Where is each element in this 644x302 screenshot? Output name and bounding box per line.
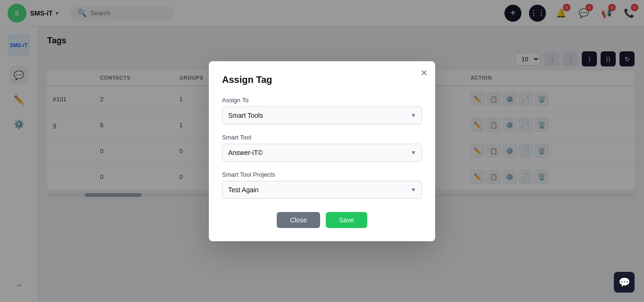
assign-to-select[interactable]: Smart Tools Contacts Groups Campaigns <box>222 106 422 124</box>
modal-close-button[interactable]: ✕ <box>421 69 428 77</box>
assign-to-label: Assign To <box>222 97 422 104</box>
chat-widget-button[interactable]: 💬 <box>614 272 635 293</box>
modal-title: Assign Tag <box>222 74 422 85</box>
smart-tool-projects-select-wrapper: Test Again Option 2 ▼ <box>222 181 422 199</box>
smart-tool-projects-select[interactable]: Test Again Option 2 <box>222 181 422 199</box>
smart-tool-select[interactable]: Answer-iT© Option 2 <box>222 144 422 162</box>
chat-widget-icon: 💬 <box>619 277 630 288</box>
smart-tool-label: Smart Tool <box>222 134 422 141</box>
smart-tool-projects-label: Smart Tool Projects <box>222 171 422 178</box>
smart-tool-projects-group: Smart Tool Projects Test Again Option 2 … <box>222 171 422 199</box>
modal-overlay[interactable]: ✕ Assign Tag Assign To Smart Tools Conta… <box>0 0 644 302</box>
modal-footer: Close Save <box>222 212 422 228</box>
smart-tool-select-wrapper: Answer-iT© Option 2 ▼ <box>222 144 422 162</box>
assign-to-group: Assign To Smart Tools Contacts Groups Ca… <box>222 97 422 124</box>
save-button[interactable]: Save <box>326 212 367 228</box>
smart-tool-group: Smart Tool Answer-iT© Option 2 ▼ <box>222 134 422 162</box>
assign-to-select-wrapper: Smart Tools Contacts Groups Campaigns ▼ <box>222 106 422 124</box>
close-button[interactable]: Close <box>277 212 320 228</box>
assign-tag-modal: ✕ Assign Tag Assign To Smart Tools Conta… <box>209 61 435 241</box>
